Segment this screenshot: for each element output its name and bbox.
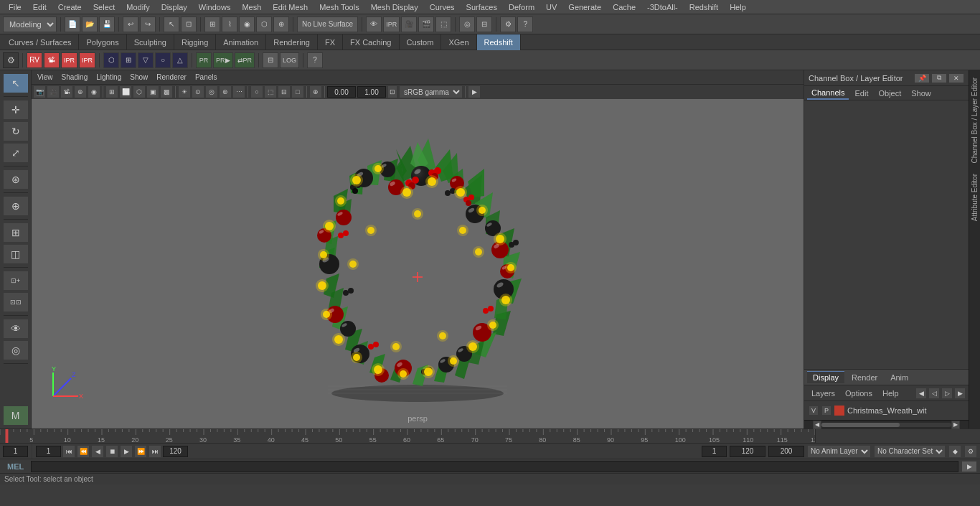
scale-tool-btn[interactable]: ⤢ [3,143,29,163]
menu-edit-mesh[interactable]: Edit Mesh [267,1,314,13]
viewport-canvas[interactable]: Z Y X persp [32,99,804,428]
menu-curves[interactable]: Curves [424,1,461,13]
vp-xray-btn[interactable]: ○ [250,85,263,98]
snap-surface-btn[interactable]: ⬡ [256,17,272,32]
render-view2-btn[interactable]: 📽 [44,52,60,68]
layer-row-0[interactable]: V P Christmas_Wreath_wit [807,403,966,418]
tab-object[interactable]: Object [874,88,905,99]
show-hide-btn[interactable]: 👁 [3,319,29,339]
pr2-btn[interactable]: PR▶ [213,52,233,68]
no-anim-layer-dropdown[interactable]: No Anim Layer [807,445,871,458]
vp-view-menu[interactable]: View [34,72,56,82]
rotate-tool-btn[interactable]: ↻ [3,121,29,141]
menu-cache[interactable]: Cache [607,1,641,13]
ipr-btn[interactable]: IPR [383,17,400,32]
render-region-btn[interactable]: ⬚ [435,17,451,32]
vp-wireframe-btn[interactable]: ⬜ [119,85,132,98]
vp-gamma-dropdown[interactable]: sRGB gamma [399,85,463,98]
help-btn[interactable]: ? [517,17,533,32]
tab-fx-caching[interactable]: FX Caching [343,34,399,50]
hscroll-track[interactable] [821,423,951,427]
rs-vol-btn[interactable]: ▽ [138,52,154,68]
mel-tag[interactable]: MEL [3,462,28,471]
rs-mat-btn[interactable]: ⬡ [103,52,119,68]
tab-fx[interactable]: FX [318,34,343,50]
cmd-exec-btn[interactable]: ▶ [961,461,977,472]
vp-show-menu[interactable]: Show [127,72,151,82]
ipr3-btn[interactable]: IPR [79,52,95,68]
wireframe-btn[interactable]: ⊟ [476,17,492,32]
timeline-canvas[interactable] [0,429,815,444]
pr3-btn[interactable]: ⇄PR [235,52,255,68]
hscroll-left-btn[interactable]: ◀ [813,421,821,429]
tab-edit[interactable]: Edit [850,88,872,99]
vp-cam-btn2[interactable]: ⊕ [309,85,322,98]
open-file-btn[interactable]: 📂 [82,17,98,32]
vp-icon-cam[interactable]: 📷 [33,85,46,98]
render-btn[interactable]: 🎥 [401,17,417,32]
pb-play-fwd-btn[interactable]: ▶ [120,445,133,458]
vtab-channel-box[interactable]: Channel Box / Layer Editor [969,73,980,168]
no-live-surface-btn[interactable]: No Live Surface [297,17,358,32]
table-btn[interactable]: ⊟ [263,52,278,68]
vp-select-btn[interactable]: □ [291,85,304,98]
tab-curves-surfaces[interactable]: Curves / Surfaces [1,34,79,50]
snap-point-btn[interactable]: ◉ [239,17,255,32]
tab-xgen[interactable]: XGen [441,34,476,50]
grid-toggle-btn[interactable]: ⊞ [3,222,29,243]
vp-extra-btn[interactable]: ▶ [468,85,481,98]
vp-shadow-btn[interactable]: ⊙ [192,85,204,98]
tab-sculpting[interactable]: Sculpting [127,34,174,50]
tab-rigging[interactable]: Rigging [174,34,216,50]
vp-coord-x[interactable] [327,86,356,98]
vp-shading-menu[interactable]: Shading [59,72,91,82]
mode-dropdown[interactable]: Modeling [3,17,57,32]
layer-pickup[interactable]: P [821,406,831,416]
log-btn[interactable]: LOG [280,52,299,68]
select-tool-btn[interactable]: ↖ [164,17,179,32]
vp-grid-btn[interactable]: ⊞ [105,85,118,98]
vp-light-btn[interactable]: ☀ [178,85,191,98]
soft-select-btn[interactable]: ⊛ [3,169,29,189]
tab-animation[interactable]: Animation [216,34,266,50]
le-next2-btn[interactable]: ▷ [941,388,953,399]
vp-icon-cam2[interactable]: 🎥 [47,85,60,98]
range-start-input[interactable] [36,446,61,457]
menu-edit[interactable]: Edit [27,1,52,13]
menu-help[interactable]: Help [724,1,752,13]
pb-step-back-btn[interactable]: ⏪ [77,445,90,458]
menu-mesh-tools[interactable]: Mesh Tools [314,1,364,13]
hscroll-thumb[interactable] [821,423,900,427]
layer-color-swatch[interactable] [834,406,844,416]
menu-select[interactable]: Select [88,1,121,13]
mirror-joint-btn[interactable]: ⊡⊡ [3,292,29,312]
select-mode-btn[interactable]: ↖ [3,73,29,93]
vp-flat-btn[interactable]: ▣ [146,85,159,98]
pb-stop-btn[interactable]: ⏹ [105,445,118,458]
no-char-set-dropdown[interactable]: No Character Set [874,445,946,458]
help2-btn[interactable]: ? [307,52,323,68]
channel-box-content[interactable] [804,100,969,369]
vp-coord-mode[interactable]: ⊡ [387,85,397,98]
settings-gear-btn[interactable]: ⚙ [3,52,19,68]
vp-panels-menu[interactable]: Panels [192,72,220,82]
snap-grid-btn[interactable]: ⊞ [204,17,220,32]
snap-view-btn[interactable]: ⊕ [273,17,289,32]
le-tab-anim[interactable]: Anim [885,372,914,383]
vp-icon-cam3[interactable]: 📽 [60,85,73,98]
vp-lighting-menu[interactable]: Lighting [93,72,124,82]
redo-btn[interactable]: ↪ [140,17,156,32]
render-preview-btn[interactable]: 👁 [366,17,382,32]
speed-field[interactable] [768,446,804,457]
pb-step-fwd-btn[interactable]: ⏩ [134,445,147,458]
layer-btn[interactable]: ◫ [3,244,29,264]
le-options-menu[interactable]: Options [841,388,877,399]
layer-visibility[interactable]: V [809,406,819,416]
orient-joint-btn[interactable]: ⊡+ [3,271,29,291]
vp-icon-joint[interactable]: ◉ [88,85,100,98]
menu-mesh-display[interactable]: Mesh Display [365,1,424,13]
menu-surfaces[interactable]: Surfaces [461,1,503,13]
le-next-btn[interactable]: ▶ [954,388,966,399]
menu-display[interactable]: Display [156,1,193,13]
vtab-attr-editor[interactable]: Attribute Editor [969,169,980,225]
